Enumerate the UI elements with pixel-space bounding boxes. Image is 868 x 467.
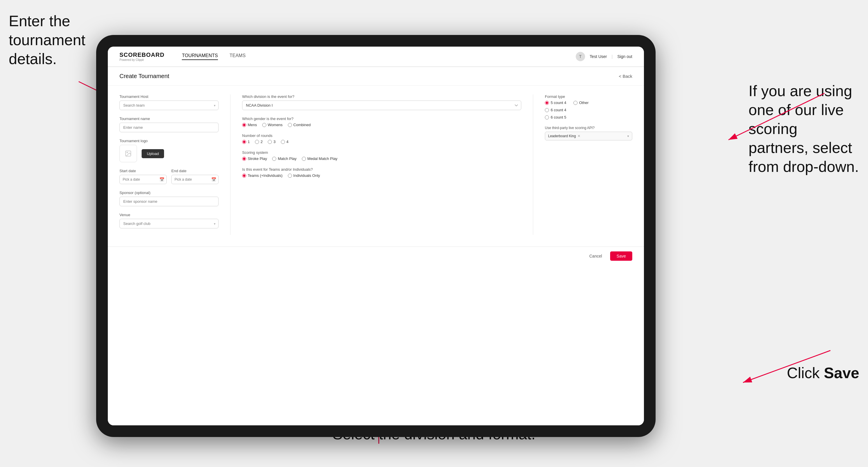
scoring-label: Scoring system [242,150,521,155]
scoring-radio-medal[interactable] [302,157,306,161]
venue-chevron-icon: ▾ [214,222,216,225]
sub-header: Create Tournament < Back [108,67,644,86]
event-for-group: Is this event for Teams and/or Individua… [242,167,521,178]
format-radio-other[interactable] [574,101,578,105]
scoring-radio-group: Stroke Play Match Play Medal Match Play [242,156,521,161]
event-for-individuals[interactable]: Individuals Only [288,173,320,178]
gender-option-mens[interactable]: Mens [242,123,257,127]
rounds-group: Number of rounds 1 2 [242,133,521,144]
live-scoring-group: Use third-party live scoring API? Leader… [545,126,632,141]
format-radio-5count4[interactable] [545,101,549,105]
tournament-host-input[interactable] [120,100,219,110]
format-label-other: Other [579,100,589,105]
end-date-calendar-icon: 📅 [211,177,216,182]
rounds-option-2[interactable]: 2 [255,139,262,144]
save-button[interactable]: Save [610,251,632,261]
format-options: 5 count 4 Other 6 count 4 [545,100,632,119]
col-divider-1 [230,94,230,235]
rounds-label: Number of rounds [242,133,521,138]
tournament-name-input[interactable] [120,123,219,132]
sponsor-label: Sponsor (optional) [120,190,219,195]
rounds-radio-4[interactable] [281,140,285,144]
scoring-radio-stroke[interactable] [242,157,246,161]
live-scoring-select[interactable]: Leaderboard King ✕ ▾ [545,132,632,141]
event-for-label-teams: Teams (+Individuals) [248,173,283,178]
tournament-logo-label: Tournament logo [120,139,219,143]
cancel-button[interactable]: Cancel [585,251,607,261]
sponsor-input[interactable] [120,197,219,206]
upload-button[interactable]: Upload [142,149,164,158]
rounds-option-3[interactable]: 3 [268,139,275,144]
rounds-label-4: 4 [286,139,288,144]
format-label-6count5: 6 count 5 [551,115,566,119]
scoring-label-medal: Medal Match Play [307,156,337,161]
format-type-label: Format type [545,94,632,99]
format-option-6count4[interactable]: 6 count 4 [545,108,632,112]
main-content: Tournament Host ▾ Tournament name Tourna… [108,86,644,425]
event-for-radio-individuals[interactable] [288,174,292,178]
gender-option-combined[interactable]: Combined [288,123,311,127]
rounds-option-1[interactable]: 1 [242,139,250,144]
scoring-option-stroke[interactable]: Stroke Play [242,156,267,161]
division-label: Which division is the event for? [242,94,521,99]
tournament-name-group: Tournament name [120,117,219,132]
format-radio-6count4[interactable] [545,108,549,112]
gender-label: Which gender is the event for? [242,117,521,121]
avatar: T [576,52,585,61]
gender-option-womens[interactable]: Womens [262,123,283,127]
tournament-name-label: Tournament name [120,117,219,121]
live-scoring-label: Use third-party live scoring API? [545,126,632,130]
rounds-radio-2[interactable] [255,140,259,144]
team-chevron-icon: ▾ [214,103,216,107]
rounds-option-4[interactable]: 4 [281,139,288,144]
division-select[interactable]: NCAA Division I [242,100,521,110]
end-date-wrap: 📅 [171,175,219,184]
end-date-group: End date 📅 [171,169,219,184]
tablet-device: SCOREBOARD Powered by Clippit TOURNAMENT… [96,35,656,437]
nav-right: T Test User | Sign out [576,52,632,61]
rounds-radio-group: 1 2 3 4 [242,139,521,144]
start-date-calendar-icon: 📅 [159,177,164,182]
sponsor-group: Sponsor (optional) [120,190,219,206]
format-option-6count5[interactable]: 6 count 5 [545,115,632,119]
scoring-option-medal[interactable]: Medal Match Play [302,156,337,161]
back-link[interactable]: < Back [619,74,632,79]
gender-radio-womens[interactable] [262,123,266,127]
nav-link-tournaments[interactable]: TOURNAMENTS [182,53,218,60]
gender-label-combined: Combined [293,123,311,127]
rounds-radio-3[interactable] [268,140,272,144]
annotation-bottom-right: Click Save [787,364,859,382]
nav-bar: SCOREBOARD Powered by Clippit TOURNAMENT… [108,46,644,67]
venue-label: Venue [120,213,219,217]
gender-group: Which gender is the event for? Mens Wome… [242,117,521,127]
rounds-label-1: 1 [248,139,250,144]
logo-placeholder [120,145,137,162]
venue-input[interactable] [120,219,219,228]
form-col-right: Format type 5 count 4 Other [545,94,632,235]
live-scoring-value: Leaderboard King [548,134,576,138]
team-search-wrap: ▾ [120,100,219,110]
format-option-5count4[interactable]: 5 count 4 [545,100,566,105]
nav-link-teams[interactable]: TEAMS [229,53,246,60]
format-type-group: Format type 5 count 4 Other [545,94,632,119]
gender-radio-combined[interactable] [288,123,292,127]
gender-radio-mens[interactable] [242,123,246,127]
end-date-label: End date [171,169,219,173]
nav-links: TOURNAMENTS TEAMS [182,53,576,60]
format-option-other[interactable]: Other [574,100,589,105]
scoring-radio-match[interactable] [272,157,276,161]
rounds-radio-1[interactable] [242,140,246,144]
date-group: Start date 📅 End date 📅 [120,169,219,184]
format-radio-6count5[interactable] [545,115,549,119]
division-group: Which division is the event for? NCAA Di… [242,94,521,110]
event-for-radio-teams[interactable] [242,174,246,178]
sign-out-link[interactable]: Sign out [617,54,632,59]
scoring-option-match[interactable]: Match Play [272,156,296,161]
live-scoring-clear-icon[interactable]: ✕ [578,134,581,138]
format-row-1: 5 count 4 Other [545,100,632,105]
brand-name: SCOREBOARD [120,52,164,58]
event-for-teams[interactable]: Teams (+Individuals) [242,173,283,178]
tournament-host-label: Tournament Host [120,94,219,99]
tablet-screen: SCOREBOARD Powered by Clippit TOURNAMENT… [108,46,644,425]
nav-divider: | [612,54,613,59]
